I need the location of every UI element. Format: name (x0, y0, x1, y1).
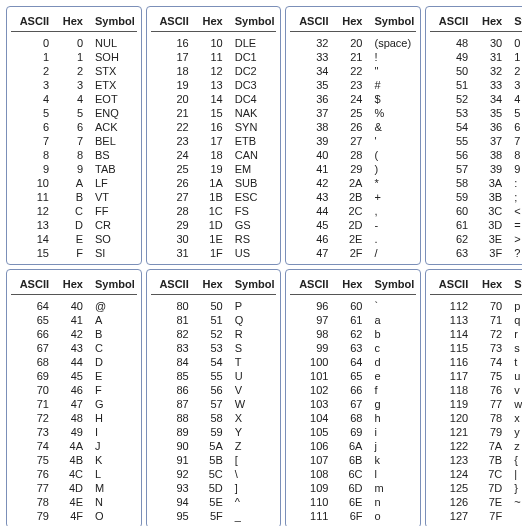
cell-hex: 13 (193, 78, 227, 92)
cell-hex: 2D (332, 218, 366, 232)
cell-hex: 6F (332, 509, 366, 523)
cell-symbol: e (366, 369, 414, 383)
cell-symbol: US (227, 246, 275, 260)
table-row: 452D- (290, 218, 416, 232)
header-ascii: ASCII (292, 278, 332, 290)
table-row: 8959Y (151, 425, 277, 439)
cell-ascii: 6 (13, 120, 53, 134)
cell-ascii: 84 (153, 355, 193, 369)
cell-ascii: 93 (153, 481, 193, 495)
cell-symbol: SI (87, 246, 135, 260)
table-row: 6440@ (11, 299, 137, 313)
cell-hex: 61 (332, 313, 366, 327)
cell-ascii: 97 (292, 313, 332, 327)
cell-symbol: [ (227, 453, 275, 467)
header-ascii: ASCII (432, 278, 472, 290)
cell-hex: 17 (193, 134, 227, 148)
header-ascii: ASCII (292, 15, 332, 27)
cell-hex: 21 (332, 50, 366, 64)
cell-ascii: 38 (292, 120, 332, 134)
cell-symbol: ETB (227, 134, 275, 148)
cell-hex: 5C (193, 467, 227, 481)
header-symbol: Symbol (227, 278, 275, 290)
cell-hex: C (53, 204, 87, 218)
cell-ascii: 110 (292, 495, 332, 509)
table-row: 301ERS (151, 232, 277, 246)
cell-symbol: { (506, 453, 522, 467)
table-row: 7046F (11, 383, 137, 397)
cell-ascii: 30 (153, 232, 193, 246)
cell-ascii: 109 (292, 481, 332, 495)
table-row: 55ENQ (11, 106, 137, 120)
header-ascii: ASCII (432, 15, 472, 27)
ascii-panel: ASCIIHexSymbol9660`9761a9862b9963c10064d… (285, 269, 421, 526)
cell-ascii: 35 (292, 78, 332, 92)
header-ascii: ASCII (13, 15, 53, 27)
table-row: 3422" (290, 64, 416, 78)
cell-ascii: 76 (13, 467, 53, 481)
cell-hex: 7E (472, 495, 506, 509)
cell-hex: 2C (332, 204, 366, 218)
cell-hex: 69 (332, 425, 366, 439)
cell-ascii: 19 (153, 78, 193, 92)
cell-ascii: 86 (153, 383, 193, 397)
cell-symbol: ! (366, 50, 414, 64)
table-row: 955F_ (151, 509, 277, 523)
table-row: 3927' (290, 134, 416, 148)
cell-hex: 22 (332, 64, 366, 78)
table-row: 764CL (11, 467, 137, 481)
cell-hex: 62 (332, 327, 366, 341)
cell-hex: 70 (472, 299, 506, 313)
cell-ascii: 20 (153, 92, 193, 106)
cell-ascii: 70 (13, 383, 53, 397)
cell-hex: 67 (332, 397, 366, 411)
header-hex: Hex (193, 15, 227, 27)
cell-ascii: 10 (13, 176, 53, 190)
cell-ascii: 118 (432, 383, 472, 397)
cell-ascii: 9 (13, 162, 53, 176)
cell-ascii: 57 (432, 162, 472, 176)
cell-symbol: * (366, 176, 414, 190)
cell-ascii: 94 (153, 495, 193, 509)
ascii-panel: ASCIIHexSymbol1610DLE1711DC11812DC21913D… (146, 6, 282, 265)
table-row: 99TAB (11, 162, 137, 176)
table-row: 945E^ (151, 495, 277, 509)
cell-hex: 44 (53, 355, 87, 369)
cell-ascii: 23 (153, 134, 193, 148)
cell-symbol: Z (227, 439, 275, 453)
cell-hex: 6D (332, 481, 366, 495)
table-row: 9963c (290, 341, 416, 355)
cell-symbol: h (366, 411, 414, 425)
table-row: 9761a (290, 313, 416, 327)
column-header: ASCIIHexSymbol (290, 13, 416, 32)
cell-ascii: 49 (432, 50, 472, 64)
cell-hex: A (53, 176, 87, 190)
cell-symbol: ~ (506, 495, 522, 509)
column-header: ASCIIHexSymbol (11, 276, 137, 295)
cell-hex: 6 (53, 120, 87, 134)
cell-ascii: 41 (292, 162, 332, 176)
cell-symbol: I (87, 425, 135, 439)
cell-hex: 51 (193, 313, 227, 327)
table-row: 10165e (290, 369, 416, 383)
cell-symbol: A (87, 313, 135, 327)
table-row: 1913DC3 (151, 78, 277, 92)
cell-symbol: b (366, 327, 414, 341)
cell-hex: E (53, 232, 87, 246)
cell-symbol: @ (87, 299, 135, 313)
cell-ascii: 105 (292, 425, 332, 439)
cell-hex: 59 (193, 425, 227, 439)
cell-ascii: 8 (13, 148, 53, 162)
cell-symbol: % (366, 106, 414, 120)
cell-ascii: 31 (153, 246, 193, 260)
table-row: 1227Az (430, 439, 522, 453)
table-row: 754BK (11, 453, 137, 467)
cell-ascii: 33 (292, 50, 332, 64)
cell-hex: 27 (332, 134, 366, 148)
cell-hex: 9 (53, 162, 87, 176)
table-row: 22STX (11, 64, 137, 78)
cell-ascii: 54 (432, 120, 472, 134)
table-row: 77BEL (11, 134, 137, 148)
table-row: 1116Fo (290, 509, 416, 523)
cell-ascii: 11 (13, 190, 53, 204)
